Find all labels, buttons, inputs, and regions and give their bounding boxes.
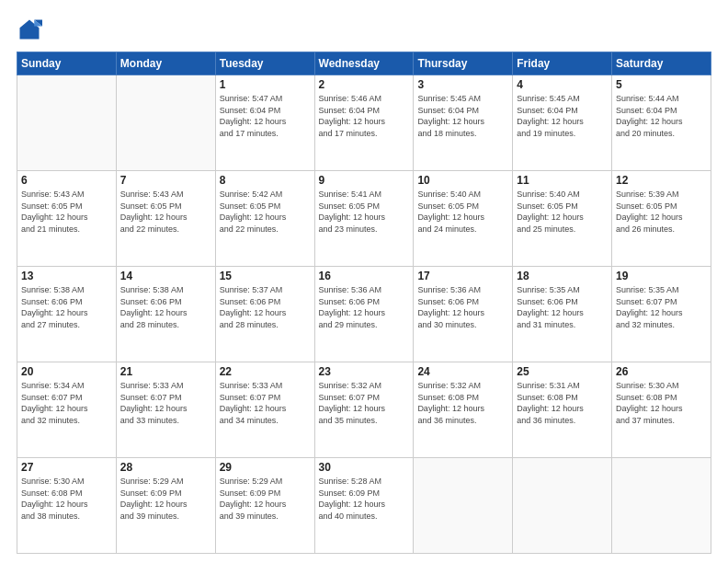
calendar-cell: 7Sunrise: 5:43 AM Sunset: 6:05 PM Daylig… [116,171,215,267]
day-info: Sunrise: 5:43 AM Sunset: 6:05 PM Dayligh… [21,189,112,235]
day-number: 19 [616,270,707,282]
week-row-5: 27Sunrise: 5:30 AM Sunset: 6:08 PM Dayli… [17,458,711,554]
day-info: Sunrise: 5:29 AM Sunset: 6:09 PM Dayligh… [220,476,311,522]
day-info: Sunrise: 5:31 AM Sunset: 6:08 PM Dayligh… [517,380,608,426]
day-info: Sunrise: 5:37 AM Sunset: 6:06 PM Dayligh… [220,284,311,330]
day-info: Sunrise: 5:45 AM Sunset: 6:04 PM Dayligh… [517,93,608,139]
weekday-header-wednesday: Wednesday [314,52,414,75]
weekday-header-sunday: Sunday [17,52,117,75]
day-number: 24 [417,365,508,378]
calendar-cell: 16Sunrise: 5:36 AM Sunset: 6:06 PM Dayli… [314,267,414,362]
day-info: Sunrise: 5:28 AM Sunset: 6:09 PM Dayligh… [319,476,410,522]
calendar-cell: 19Sunrise: 5:35 AM Sunset: 6:07 PM Dayli… [612,267,711,362]
day-info: Sunrise: 5:33 AM Sunset: 6:07 PM Dayligh… [120,380,211,426]
calendar-cell: 20Sunrise: 5:34 AM Sunset: 6:07 PM Dayli… [17,362,117,458]
day-number: 3 [417,78,508,91]
day-number: 22 [220,365,311,378]
calendar-cell: 14Sunrise: 5:38 AM Sunset: 6:06 PM Dayli… [116,267,215,362]
calendar-cell: 18Sunrise: 5:35 AM Sunset: 6:06 PM Dayli… [513,267,612,362]
calendar-cell: 30Sunrise: 5:28 AM Sunset: 6:09 PM Dayli… [314,458,414,554]
calendar-cell [513,458,612,554]
calendar-cell: 28Sunrise: 5:29 AM Sunset: 6:09 PM Dayli… [116,458,215,554]
day-info: Sunrise: 5:35 AM Sunset: 6:07 PM Dayligh… [616,284,707,330]
calendar-cell: 27Sunrise: 5:30 AM Sunset: 6:08 PM Dayli… [17,458,117,554]
calendar-table: SundayMondayTuesdayWednesdayThursdayFrid… [17,52,711,554]
day-number: 12 [616,174,707,187]
day-info: Sunrise: 5:39 AM Sunset: 6:05 PM Dayligh… [616,189,707,235]
weekday-header-friday: Friday [513,52,612,75]
day-number: 6 [21,174,112,187]
day-info: Sunrise: 5:30 AM Sunset: 6:08 PM Dayligh… [21,476,112,522]
day-info: Sunrise: 5:38 AM Sunset: 6:06 PM Dayligh… [120,284,211,330]
day-info: Sunrise: 5:42 AM Sunset: 6:05 PM Dayligh… [220,189,311,235]
calendar-cell: 15Sunrise: 5:37 AM Sunset: 6:06 PM Dayli… [215,267,314,362]
calendar-cell [612,458,711,554]
calendar-cell: 23Sunrise: 5:32 AM Sunset: 6:07 PM Dayli… [314,362,414,458]
day-number: 25 [517,365,608,378]
day-number: 26 [616,365,707,378]
week-row-2: 6Sunrise: 5:43 AM Sunset: 6:05 PM Daylig… [17,171,711,267]
logo [17,17,46,42]
calendar-cell: 17Sunrise: 5:36 AM Sunset: 6:06 PM Dayli… [414,267,513,362]
calendar-cell: 1Sunrise: 5:47 AM Sunset: 6:04 PM Daylig… [215,75,314,171]
calendar-cell: 12Sunrise: 5:39 AM Sunset: 6:05 PM Dayli… [612,171,711,267]
calendar-cell: 22Sunrise: 5:33 AM Sunset: 6:07 PM Dayli… [215,362,314,458]
day-number: 23 [319,365,410,378]
day-info: Sunrise: 5:36 AM Sunset: 6:06 PM Dayligh… [417,284,508,330]
day-info: Sunrise: 5:29 AM Sunset: 6:09 PM Dayligh… [120,476,211,522]
day-info: Sunrise: 5:43 AM Sunset: 6:05 PM Dayligh… [120,189,211,235]
calendar-cell: 8Sunrise: 5:42 AM Sunset: 6:05 PM Daylig… [215,171,314,267]
day-number: 27 [21,461,112,474]
day-number: 13 [21,270,112,282]
day-info: Sunrise: 5:34 AM Sunset: 6:07 PM Dayligh… [21,380,112,426]
day-number: 17 [417,270,508,282]
calendar-cell: 29Sunrise: 5:29 AM Sunset: 6:09 PM Dayli… [215,458,314,554]
calendar-cell: 3Sunrise: 5:45 AM Sunset: 6:04 PM Daylig… [414,75,513,171]
day-info: Sunrise: 5:38 AM Sunset: 6:06 PM Dayligh… [21,284,112,330]
calendar-cell [116,75,215,171]
week-row-4: 20Sunrise: 5:34 AM Sunset: 6:07 PM Dayli… [17,362,711,458]
weekday-header-tuesday: Tuesday [215,52,314,75]
day-info: Sunrise: 5:44 AM Sunset: 6:04 PM Dayligh… [616,93,707,139]
day-info: Sunrise: 5:40 AM Sunset: 6:05 PM Dayligh… [417,189,508,235]
day-number: 15 [220,270,311,282]
calendar-cell: 21Sunrise: 5:33 AM Sunset: 6:07 PM Dayli… [116,362,215,458]
calendar-cell: 13Sunrise: 5:38 AM Sunset: 6:06 PM Dayli… [17,267,117,362]
calendar-cell: 2Sunrise: 5:46 AM Sunset: 6:04 PM Daylig… [314,75,414,171]
day-number: 4 [517,78,608,91]
calendar-cell: 6Sunrise: 5:43 AM Sunset: 6:05 PM Daylig… [17,171,117,267]
day-number: 29 [220,461,311,474]
day-number: 14 [120,270,211,282]
week-row-1: 1Sunrise: 5:47 AM Sunset: 6:04 PM Daylig… [17,75,711,171]
page: SundayMondayTuesdayWednesdayThursdayFrid… [0,0,728,563]
day-info: Sunrise: 5:40 AM Sunset: 6:05 PM Dayligh… [517,189,608,235]
calendar-cell: 11Sunrise: 5:40 AM Sunset: 6:05 PM Dayli… [513,171,612,267]
day-info: Sunrise: 5:47 AM Sunset: 6:04 PM Dayligh… [220,93,311,139]
day-number: 10 [417,174,508,187]
calendar-cell: 4Sunrise: 5:45 AM Sunset: 6:04 PM Daylig… [513,75,612,171]
calendar-cell [414,458,513,554]
calendar-cell: 26Sunrise: 5:30 AM Sunset: 6:08 PM Dayli… [612,362,711,458]
calendar-cell: 5Sunrise: 5:44 AM Sunset: 6:04 PM Daylig… [612,75,711,171]
weekday-header-row: SundayMondayTuesdayWednesdayThursdayFrid… [17,52,711,75]
logo-icon [17,17,42,42]
weekday-header-monday: Monday [116,52,215,75]
header [17,17,711,42]
day-number: 30 [319,461,410,474]
day-info: Sunrise: 5:41 AM Sunset: 6:05 PM Dayligh… [319,189,410,235]
day-number: 1 [220,78,311,91]
day-number: 18 [517,270,608,282]
calendar-cell: 10Sunrise: 5:40 AM Sunset: 6:05 PM Dayli… [414,171,513,267]
day-info: Sunrise: 5:36 AM Sunset: 6:06 PM Dayligh… [319,284,410,330]
day-number: 16 [319,270,410,282]
day-number: 9 [319,174,410,187]
day-info: Sunrise: 5:32 AM Sunset: 6:07 PM Dayligh… [319,380,410,426]
day-number: 8 [220,174,311,187]
day-number: 2 [319,78,410,91]
day-info: Sunrise: 5:33 AM Sunset: 6:07 PM Dayligh… [220,380,311,426]
calendar-cell [17,75,117,171]
day-number: 28 [120,461,211,474]
weekday-header-saturday: Saturday [612,52,711,75]
week-row-3: 13Sunrise: 5:38 AM Sunset: 6:06 PM Dayli… [17,267,711,362]
day-number: 5 [616,78,707,91]
